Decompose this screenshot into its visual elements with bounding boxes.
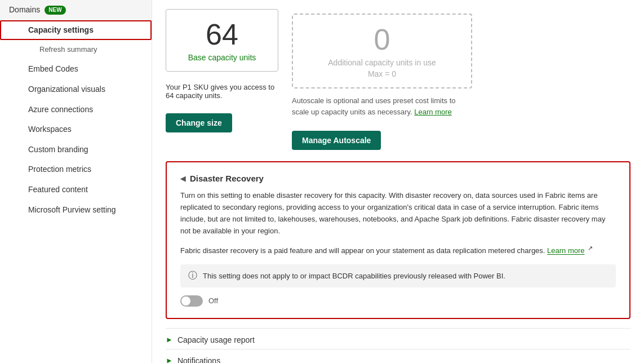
capacity-row: 64 Base capacity units Your P1 SKU gives… (166, 9, 630, 150)
notifications-label: Notifications (177, 356, 220, 364)
sidebar-item-embed-codes[interactable]: Embed Codes (0, 59, 152, 79)
capacity-usage-report-label: Capacity usage report (177, 335, 255, 344)
sidebar-item-protection-metrics[interactable]: Protection metrics (0, 160, 152, 180)
sidebar-item-capacity-settings[interactable]: Capacity settings (0, 20, 152, 41)
base-capacity-col: 64 Base capacity units Your P1 SKU gives… (166, 9, 278, 132)
additional-capacity-card: 0 Additional capacity units in use Max =… (292, 14, 472, 88)
sidebar-featured-content-label: Featured content (28, 184, 88, 196)
sidebar-custom-branding-label: Custom branding (28, 144, 88, 156)
additional-capacity-label: Additional capacity units in use (307, 58, 458, 67)
base-capacity-label: Base capacity units (180, 53, 264, 62)
sidebar-item-refresh-summary[interactable]: Refresh summary (0, 40, 152, 59)
sidebar-item-org-visuals[interactable]: Organizational visuals (0, 79, 152, 100)
capacity-usage-report-row[interactable]: ► Capacity usage report (166, 328, 630, 349)
manage-autoscale-button[interactable]: Manage Autoscale (292, 131, 381, 150)
sidebar-azure-connections-label: Azure connections (28, 104, 93, 116)
disaster-recovery-body2: Fabric disaster recovery is a paid featu… (180, 244, 616, 257)
disaster-recovery-section: ◀ Disaster Recovery Turn on this setting… (166, 161, 630, 318)
change-size-button[interactable]: Change size (166, 113, 232, 132)
disaster-recovery-info-text: This setting does not apply to or impact… (203, 272, 505, 280)
autoscale-description: Autoscale is optional and uses preset co… (292, 95, 472, 117)
sidebar-org-visuals-label: Organizational visuals (28, 84, 105, 95)
disaster-recovery-info-bar: ⓘ This setting does not apply to or impa… (180, 264, 616, 287)
info-icon: ⓘ (188, 270, 197, 282)
disaster-recovery-learn-more-link[interactable]: Learn more (547, 247, 584, 255)
sidebar-item-domains[interactable]: Domains New (0, 0, 152, 20)
external-link-icon: ↗ (588, 245, 593, 251)
sidebar-domains-label: Domains (9, 5, 40, 16)
capacity-usage-chevron-icon: ► (166, 335, 173, 344)
additional-capacity-max: Max = 0 (307, 69, 458, 78)
disaster-recovery-toggle-row: Off (180, 295, 616, 307)
sidebar-item-featured-content[interactable]: Featured content (0, 180, 152, 200)
collapse-icon: ◀ (180, 175, 185, 183)
sidebar-refresh-summary-label: Refresh summary (39, 45, 97, 55)
autoscale-learn-more-link[interactable]: Learn more (414, 108, 451, 116)
toggle-label: Off (208, 296, 218, 305)
sidebar-item-workspaces[interactable]: Workspaces (0, 119, 152, 140)
sidebar-protection-metrics-label: Protection metrics (28, 164, 91, 175)
disaster-recovery-body1: Turn on this setting to enable disaster … (180, 190, 616, 237)
sidebar-workspaces-label: Workspaces (28, 124, 72, 135)
base-capacity-card: 64 Base capacity units (166, 9, 278, 72)
sidebar-item-microsoft-purview[interactable]: Microsoft Purview setting (0, 200, 152, 220)
additional-capacity-number: 0 (307, 24, 458, 56)
base-capacity-number: 64 (180, 19, 264, 51)
main-content: 64 Base capacity units Your P1 SKU gives… (152, 0, 644, 363)
disaster-recovery-toggle[interactable] (180, 295, 203, 307)
sidebar-capacity-settings-label: Capacity settings (28, 25, 94, 36)
notifications-row[interactable]: ► Notifications (166, 349, 630, 364)
sidebar-microsoft-purview-label: Microsoft Purview setting (28, 205, 116, 216)
sidebar-embed-codes-label: Embed Codes (28, 64, 78, 75)
toggle-knob (181, 296, 190, 306)
domains-new-badge: New (45, 6, 65, 15)
disaster-recovery-title: ◀ Disaster Recovery (180, 174, 616, 183)
sidebar-item-custom-branding[interactable]: Custom branding (0, 140, 152, 160)
sidebar-item-azure-connections[interactable]: Azure connections (0, 100, 152, 120)
additional-capacity-col: 0 Additional capacity units in use Max =… (292, 9, 472, 150)
notifications-chevron-icon: ► (166, 356, 173, 363)
sku-description: Your P1 SKU gives you access to 64 capac… (166, 83, 278, 100)
sidebar: Domains New Capacity settings Refresh su… (0, 0, 152, 363)
